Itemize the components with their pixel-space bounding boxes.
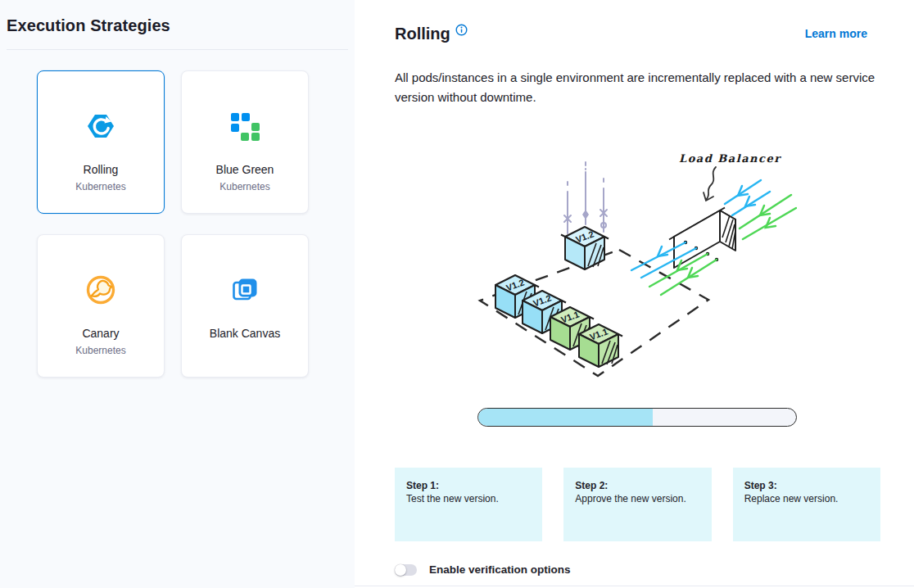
rolling-hexagon-icon [84,110,117,142]
strategy-detail-panel: Rolling Learn more All pods/instances in… [355,0,914,588]
step-box-1: Step 1: Test the new version. [395,468,542,541]
strategy-card-grid: Rolling Kubernetes Blue Green Kubernetes [37,70,348,378]
verification-toggle[interactable] [395,564,417,576]
strategy-list-panel: Execution Strategies Rolling Kubernetes [0,0,355,588]
verification-toggle-row: Enable verification options [395,563,880,576]
label-arrow [704,167,716,201]
step-title: Step 1: [406,479,531,492]
step-text: Test the new version. [406,492,531,505]
load-balancer-label: Load Balancer [679,152,781,165]
load-balancer-box [669,208,735,269]
strategy-card-label: Canary [82,327,119,340]
strategy-card-rolling[interactable]: Rolling Kubernetes [37,70,165,214]
progress-fill [478,409,653,426]
detail-header: Rolling Learn more [395,23,880,44]
canary-bird-icon [84,274,117,306]
toggle-knob [395,564,406,576]
info-icon[interactable] [455,24,468,36]
detail-title: Rolling [395,23,450,44]
strategy-card-label: Blank Canvas [210,327,280,340]
strategy-card-blank-canvas[interactable]: Blank Canvas [181,234,309,378]
title-divider [7,49,348,50]
strategy-card-canary[interactable]: Canary Kubernetes [37,234,165,378]
footer-divider [355,586,914,586]
strategy-description: All pods/instances in a single environme… [395,68,880,107]
strategy-card-sublabel: Kubernetes [219,181,269,192]
strategy-card-blue-green[interactable]: Blue Green Kubernetes [181,70,309,214]
page-title: Execution Strategies [7,16,348,35]
rolling-strategy-illustration: Load Balancer V1.2 [477,149,797,387]
step-title: Step 3: [744,479,869,492]
step-box-2: Step 2: Approve the new version. [563,468,711,541]
execution-strategies-dialog: Execution Strategies Rolling Kubernetes [0,0,914,588]
strategy-card-sublabel: Kubernetes [75,181,125,192]
steps-row: Step 1: Test the new version. Step 2: Ap… [395,468,880,541]
step-text: Approve the new version. [575,492,699,505]
blank-canvas-icon [228,274,261,306]
learn-more-link[interactable]: Learn more [805,23,867,44]
strategy-card-label: Rolling [84,163,119,176]
blue-green-squares-icon [228,110,261,142]
crane-lines [564,162,607,233]
step-box-3: Step 3: Replace new version. [733,468,880,541]
step-title: Step 2: [575,479,699,492]
step-text: Replace new version. [744,492,869,505]
strategy-card-sublabel: Kubernetes [75,345,125,356]
strategy-card-label: Blue Green [216,163,274,176]
rollout-progress-bar [477,408,797,427]
verification-toggle-label: Enable verification options [429,563,571,576]
